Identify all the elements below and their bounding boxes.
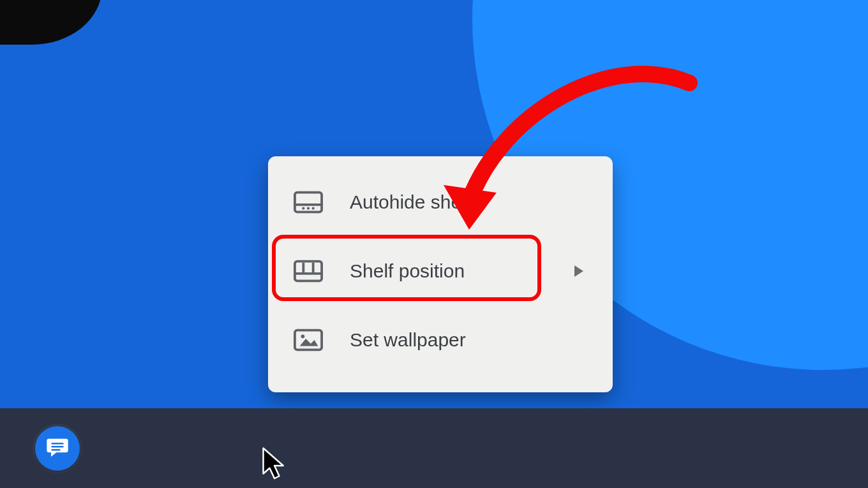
svg-marker-10 [300, 339, 318, 346]
submenu-chevron-icon [574, 265, 583, 277]
picture-icon [294, 329, 323, 351]
menu-item-label: Shelf position [350, 260, 574, 282]
dock-bottom-dots-icon [294, 191, 323, 214]
shelf-context-menu: Autohide shelf Shelf position [268, 156, 613, 392]
shelf[interactable] [0, 408, 868, 488]
menu-item-label: Set wallpaper [350, 329, 587, 351]
svg-rect-9 [295, 330, 322, 350]
menu-item-label: Autohide shelf [350, 191, 587, 213]
desktop[interactable]: Autohide shelf Shelf position [0, 0, 868, 408]
svg-rect-5 [295, 262, 322, 281]
svg-point-2 [302, 207, 304, 209]
window-peek-corner [0, 0, 102, 45]
dock-bottom-columns-icon [294, 260, 323, 283]
svg-point-4 [312, 207, 315, 209]
menu-item-set-wallpaper[interactable]: Set wallpaper [268, 306, 613, 374]
menu-item-autohide-shelf[interactable]: Autohide shelf [268, 168, 613, 237]
svg-point-3 [307, 207, 310, 209]
svg-point-11 [301, 334, 305, 338]
shelf-app-messages[interactable] [35, 426, 80, 471]
chat-bubble-icon [45, 434, 70, 462]
menu-item-shelf-position[interactable]: Shelf position [268, 237, 613, 306]
